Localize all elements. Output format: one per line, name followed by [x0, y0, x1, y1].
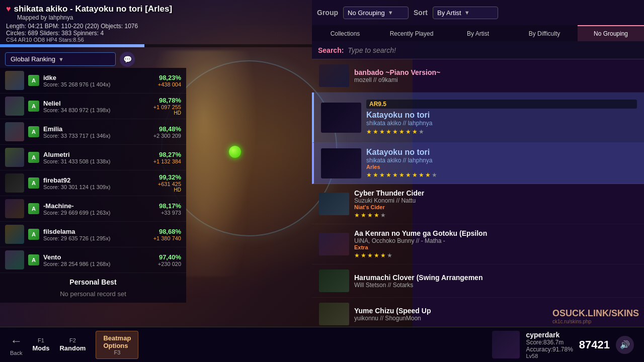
score-item[interactable]: A filsdelama Score: 29 635 726 (1 295x) … [0, 222, 186, 247]
player-score: Score: 33 733 717 (1 346x) [43, 133, 149, 139]
score-item[interactable]: A Alumetri Score: 31 433 508 (1 338x) 98… [0, 145, 186, 170]
star-4: ★ [386, 171, 391, 178]
song-artist: shikata akiko // lahphnya [366, 120, 637, 127]
score-item[interactable]: A -Machine- Score: 29 669 699 (1 263x) 9… [0, 196, 186, 222]
song-artist: shikata akiko // lahphnya [366, 157, 637, 164]
song-thumbnail [319, 269, 349, 292]
group-dropdown[interactable]: No Grouping ▼ [343, 7, 409, 19]
beatmap-options-key: F3 [114, 349, 120, 355]
thumb-art [319, 303, 349, 325]
song-extra: Niat's Cider [354, 204, 637, 210]
beatmap-options-button[interactable]: BeatmapOptions F3 [96, 331, 138, 359]
thumb-art [319, 233, 349, 255]
player-score: Score: 31 433 508 (1 338x) [43, 158, 149, 164]
mods-label: Mods [32, 344, 49, 352]
star-7: ★ [406, 128, 411, 135]
ranking-dropdown[interactable]: Global Ranking ▼ [5, 52, 116, 66]
chat-icon: 💬 [123, 55, 132, 63]
thumb-art [319, 269, 349, 292]
tab-collections[interactable]: Collections [312, 25, 378, 41]
list-item[interactable]: Aa Kenran no Yume ga Gotoku (Epsilon UiN… [312, 224, 644, 264]
avatar [5, 199, 24, 218]
player-score: Score: 34 830 972 (1 398x) [43, 107, 149, 113]
objects-label: Objects: [101, 23, 124, 30]
mods-button[interactable]: F1 Mods [32, 337, 49, 352]
star-5: ★ [392, 171, 398, 178]
list-item[interactable]: Harumachi Clover (Swing Arrangemen Will … [312, 264, 644, 298]
song-name: Katayoku no tori [366, 111, 637, 120]
song-thumbnail [319, 303, 349, 325]
np-info: cyperdark Score:836.7m Accuracy:91.78% L… [526, 331, 573, 359]
player-name: Vento [43, 253, 154, 261]
list-item-diff[interactable]: Katayoku no tori shikata akiko // lahphn… [312, 143, 644, 184]
star-3: ★ [379, 128, 385, 135]
star-1: ★ [366, 171, 372, 178]
score-pct: 98,68% +1 380 740 [153, 228, 181, 241]
thumb-art [319, 64, 349, 87]
avatar-art [5, 173, 24, 193]
song-thumbnail [319, 233, 349, 255]
mods-key: F1 [38, 337, 44, 343]
np-thumbnail [492, 331, 520, 358]
score-details: filsdelama Score: 29 635 726 (1 295x) [43, 228, 149, 241]
back-arrow-icon: ← [10, 334, 22, 348]
ar-badge: AR9.5 [366, 100, 637, 109]
score-item[interactable]: A Vento Score: 28 254 986 (1 268x) 97,40… [0, 247, 186, 273]
song-name: Aa Kenran no Yume ga Gotoku (Epsilon [354, 229, 637, 237]
watermark-text: OSUCK.LINK/SKINS [552, 308, 639, 319]
score-item[interactable]: A Emilia Score: 33 733 717 (1 346x) 98,4… [0, 119, 186, 145]
score-pct: 99,32% +631 425 HD [158, 173, 181, 193]
list-item[interactable]: banbado ~Piano Version~ mozell // o9kami [312, 59, 644, 93]
pct-value: 98,27% [153, 151, 181, 158]
pct-value: 97,40% [158, 253, 181, 261]
song-thumbnail [321, 103, 361, 133]
score-item[interactable]: A idke Score: 35 268 976 (1 404x) 98,23%… [0, 68, 186, 94]
favorite-icon[interactable]: ♥ [6, 5, 11, 14]
avatar-art [5, 199, 24, 218]
rank-badge: A [28, 101, 39, 112]
sliders-label: Sliders: [40, 30, 61, 37]
star-8: ★ [412, 128, 418, 135]
player-name: Neliel [43, 100, 149, 107]
score-item[interactable]: A firebat92 Score: 30 301 124 (1 309x) 9… [0, 170, 186, 196]
score-details: Vento Score: 28 254 986 (1 268x) [43, 253, 154, 267]
spinners-label: Spinners: [73, 30, 100, 37]
tab-by-artist[interactable]: By Artist [445, 25, 511, 41]
list-item[interactable]: Cyber Thunder Cider Suzuki Konomi // Nat… [312, 184, 644, 224]
song-name: Harumachi Clover (Swing Arrangemen [354, 274, 637, 282]
sort-dropdown-arrow: ▼ [464, 10, 470, 16]
star-4: ★ [386, 128, 391, 135]
pp-value: +2 300 209 [153, 133, 181, 139]
random-button[interactable]: F2 Random [59, 337, 86, 352]
star-2: ★ [373, 128, 378, 135]
star-6: ★ [399, 171, 405, 178]
thumb-art [319, 193, 349, 215]
star-2: ★ [373, 171, 378, 178]
tab-no-grouping[interactable]: No Grouping [578, 25, 644, 41]
song-title: shikata akiko - Katayoku no tori [Arles] [14, 4, 173, 14]
song-diff-stats: CS4 AR10 OD8 HP4 Stars:8.56 [6, 37, 172, 43]
list-item-selected[interactable]: AR9.5 Katayoku no tori shikata akiko // … [312, 93, 644, 143]
pct-value: 98,17% [159, 202, 181, 210]
random-label: Random [59, 344, 86, 352]
np-accuracy: Accuracy:91.78% [526, 346, 573, 353]
back-button[interactable]: ← Back [10, 334, 22, 356]
objects-val: 1076 [125, 23, 138, 30]
chat-button[interactable]: 💬 [120, 52, 135, 67]
sort-dropdown[interactable]: By Artist ▼ [433, 7, 498, 19]
cursor-orb [229, 146, 241, 158]
group-label: Group [317, 9, 338, 17]
stars-row: ★ ★ ★ ★ ★ ★ [354, 252, 637, 259]
search-label: Search: [318, 46, 344, 54]
volume-button[interactable]: 🔊 [616, 336, 634, 354]
song-name: Katayoku no tori [366, 148, 637, 157]
song-info: Aa Kenran no Yume ga Gotoku (Epsilon UiN… [354, 229, 637, 259]
tab-recently-played[interactable]: Recently Played [378, 25, 445, 41]
tab-by-difficulty[interactable]: By Difficulty [511, 25, 578, 41]
pp-value: +230 020 [158, 261, 181, 267]
song-mapper: Mapped by lahphnya [17, 14, 172, 21]
score-item[interactable]: A Neliel Score: 34 830 972 (1 398x) 98,7… [0, 94, 186, 119]
bpm-val: 110-220 (220) [61, 23, 99, 30]
player-name: Emilia [43, 125, 149, 133]
avatar [5, 173, 24, 193]
